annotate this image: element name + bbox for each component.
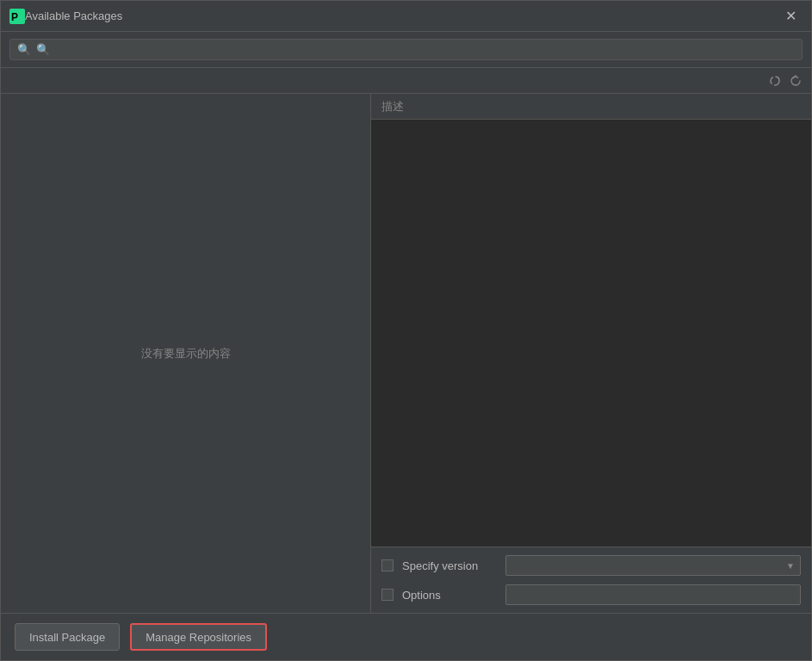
refresh-icon	[790, 75, 802, 87]
description-label: 描述	[381, 99, 404, 114]
chevron-down-icon: ▼	[786, 561, 795, 571]
loading-spinner-icon[interactable]	[766, 72, 784, 90]
search-icon: 🔍	[17, 43, 31, 56]
specify-version-row: Specify version ▼	[381, 554, 801, 577]
main-content: 没有要显示的内容 描述 Specify version ▼	[1, 68, 811, 613]
search-bar: 🔍	[1, 32, 811, 68]
window-title: Available Packages	[25, 9, 778, 22]
footer: Install Package Manage Repositories	[1, 613, 811, 660]
description-header: 描述	[371, 94, 811, 120]
window: P Available Packages ✕ 🔍	[0, 0, 812, 661]
description-body	[371, 120, 811, 547]
body-area: 没有要显示的内容 描述 Specify version ▼	[1, 94, 811, 613]
title-bar: P Available Packages ✕	[1, 1, 811, 32]
svg-text:P: P	[11, 11, 18, 23]
toolbar-row	[1, 68, 811, 94]
manage-repositories-button[interactable]: Manage Repositories	[130, 623, 267, 651]
refresh-button[interactable]	[787, 72, 804, 90]
svg-point-2	[771, 77, 779, 85]
specify-version-checkbox[interactable]	[381, 559, 394, 571]
install-package-button[interactable]: Install Package	[15, 623, 120, 651]
app-icon: P	[9, 9, 25, 24]
specify-version-label: Specify version	[402, 559, 497, 572]
close-button[interactable]: ✕	[778, 4, 803, 28]
options-input[interactable]	[505, 584, 801, 605]
search-wrapper: 🔍	[9, 39, 803, 60]
version-select[interactable]: ▼	[505, 555, 801, 576]
options-label: Options	[402, 589, 497, 602]
left-panel: 没有要显示的内容	[1, 94, 371, 613]
options-checkbox[interactable]	[381, 589, 394, 601]
right-panel: 描述 Specify version ▼	[371, 94, 811, 613]
empty-message: 没有要显示的内容	[141, 346, 231, 361]
options-row: Options	[381, 584, 801, 606]
spinner-svg	[769, 75, 781, 87]
search-input[interactable]	[36, 43, 795, 56]
options-area: Specify version ▼ Options	[371, 547, 811, 613]
